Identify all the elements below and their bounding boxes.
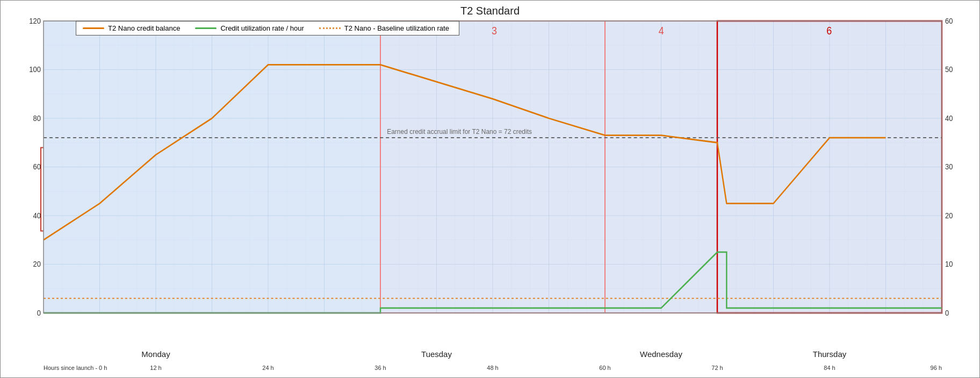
legend-item-balance: T2 Nano credit balance	[83, 24, 180, 32]
svg-text:Monday: Monday	[141, 350, 170, 359]
svg-rect-67	[717, 21, 942, 313]
svg-text:80: 80	[33, 113, 41, 123]
svg-text:24 h: 24 h	[262, 365, 273, 371]
legend-line-green	[195, 27, 217, 29]
svg-text:72 h: 72 h	[711, 365, 723, 371]
chart-svg: 3 4 6 Earned credit accrual limit for T2…	[44, 21, 942, 313]
svg-text:Hours since launch - 0 h: Hours since launch - 0 h	[44, 365, 107, 371]
svg-text:30: 30	[945, 162, 953, 171]
svg-rect-63	[380, 21, 605, 313]
svg-text:84 h: 84 h	[824, 365, 835, 371]
time-labels: 12:00 AM 6:00 AM 12:00 PM 6:00 PM 12:00 …	[44, 312, 942, 344]
svg-text:100: 100	[29, 65, 41, 74]
svg-text:0: 0	[945, 308, 949, 317]
svg-text:60: 60	[33, 162, 41, 171]
svg-text:6: 6	[826, 25, 832, 37]
day-labels: Monday Tuesday Wednesday Thursday	[44, 348, 942, 362]
svg-text:36 h: 36 h	[374, 365, 386, 371]
svg-text:120: 120	[29, 16, 41, 25]
svg-text:60: 60	[945, 16, 953, 25]
svg-text:Thursday: Thursday	[813, 350, 847, 359]
chart-container: T2 Standard T2 Nano credit balance Credi…	[0, 0, 980, 378]
svg-text:Earned credit accrual limit fo: Earned credit accrual limit for T2 Nano …	[387, 127, 532, 136]
hours-labels: Hours since launch - 0 h 12 h 24 h 36 h …	[44, 362, 942, 374]
legend-line-dotted	[319, 27, 341, 29]
legend-label-utilization: Credit utilization rate / hour	[220, 24, 304, 32]
svg-text:48 h: 48 h	[487, 365, 498, 371]
svg-text:Wednesday: Wednesday	[640, 350, 682, 359]
svg-text:40: 40	[33, 211, 41, 220]
svg-text:0: 0	[37, 308, 41, 317]
svg-text:4: 4	[659, 25, 664, 37]
legend-item-baseline: T2 Nano - Baseline utilization rate	[319, 24, 449, 32]
chart-area: 3 4 6 Earned credit accrual limit for T2…	[44, 21, 942, 313]
svg-text:Tuesday: Tuesday	[421, 350, 452, 359]
legend-item-utilization: Credit utilization rate / hour	[195, 24, 304, 32]
legend-line-orange	[83, 27, 104, 29]
chart-title: T2 Standard	[1, 1, 979, 19]
svg-text:96 h: 96 h	[931, 365, 942, 371]
hours-labels-svg: Hours since launch - 0 h 12 h 24 h 36 h …	[44, 362, 942, 372]
legend-box: T2 Nano credit balance Credit utilizatio…	[76, 21, 459, 35]
day-labels-svg: Monday Tuesday Wednesday Thursday	[44, 348, 942, 360]
legend-label-baseline: T2 Nano - Baseline utilization rate	[344, 24, 449, 32]
svg-text:10: 10	[945, 259, 953, 268]
svg-text:3: 3	[492, 25, 497, 37]
svg-text:20: 20	[33, 259, 41, 268]
time-labels-svg: 12:00 AM 6:00 AM 12:00 PM 6:00 PM 12:00 …	[44, 312, 942, 344]
svg-text:50: 50	[945, 65, 953, 74]
svg-text:60 h: 60 h	[599, 365, 610, 371]
legend-label-balance: T2 Nano credit balance	[108, 24, 180, 32]
svg-text:40: 40	[945, 113, 953, 123]
svg-text:12 h: 12 h	[150, 365, 161, 371]
svg-text:20: 20	[945, 211, 953, 220]
